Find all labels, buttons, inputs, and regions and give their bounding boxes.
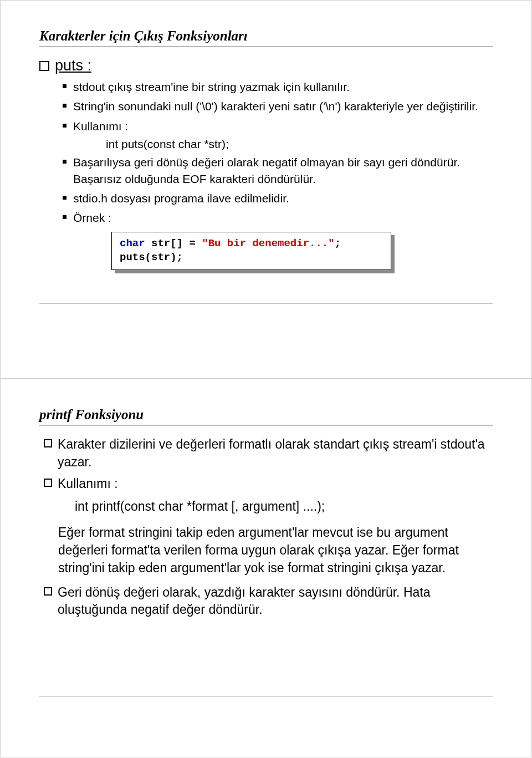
footer-rule — [39, 696, 493, 697]
bullet-icon — [63, 124, 66, 128]
signature-line: int puts(const char *str); — [106, 138, 493, 151]
bullet-list: Başarılıysa geri dönüş değeri olarak neg… — [63, 154, 493, 226]
list-item: Kullanımı : — [63, 118, 493, 134]
code-example: char str[] = "Bu bir denemedir..."; puts… — [111, 232, 391, 270]
outline-list: Karakter dizilerini ve değerleri formatl… — [44, 436, 493, 493]
bullet-square-icon — [39, 61, 49, 71]
slide-2: printf Fonksiyonu Karakter dizilerini ve… — [0, 379, 532, 757]
bullet-icon — [63, 196, 66, 200]
explanation-paragraph: Eğer format stringini takip eden argumen… — [58, 524, 493, 577]
bullet-square-icon — [44, 587, 52, 596]
code-text: puts(str); — [120, 251, 183, 263]
list-item: Kullanımı : — [44, 475, 493, 493]
code-block: char str[] = "Bu bir denemedir..."; puts… — [111, 232, 391, 270]
code-keyword: char — [120, 237, 145, 250]
signature-line: int printf(const char *format [, argumen… — [75, 497, 493, 515]
code-string: "Bu bir denemedir..." — [202, 237, 334, 250]
bullet-icon — [63, 160, 66, 164]
bullet-text: stdio.h dosyası programa ilave edilmelid… — [73, 190, 493, 206]
code-text: ; — [335, 237, 341, 250]
bullet-text: String'in sonundaki null ('\0') karakter… — [73, 98, 493, 114]
list-item: Geri dönüş değeri olarak, yazdığı karakt… — [44, 584, 493, 619]
list-item: Başarılıysa geri dönüş değeri olarak neg… — [63, 154, 493, 187]
bullet-text: Örnek : — [73, 210, 493, 226]
list-item: String'in sonundaki null ('\0') karakter… — [63, 98, 493, 114]
section-heading-puts: puts : — [39, 57, 493, 74]
bullet-square-icon — [44, 439, 52, 447]
bullet-icon — [63, 84, 66, 88]
bullet-text: stdout çıkış stream'ine bir string yazma… — [73, 79, 493, 95]
slide-1: Karakterler için Çıkış Fonksiyonları put… — [0, 0, 532, 379]
list-item: stdio.h dosyası programa ilave edilmelid… — [63, 190, 493, 206]
bullet-text: Geri dönüş değeri olarak, yazdığı karakt… — [58, 584, 493, 619]
list-item: Örnek : — [63, 210, 493, 226]
bullet-text: Karakter dizilerini ve değerleri formatl… — [58, 436, 493, 471]
list-item: Karakter dizilerini ve değerleri formatl… — [44, 436, 493, 471]
list-item: stdout çıkış stream'ine bir string yazma… — [63, 79, 493, 95]
bullet-icon — [63, 215, 66, 219]
bullet-text: Kullanımı : — [73, 118, 493, 134]
bullet-list: stdout çıkış stream'ine bir string yazma… — [63, 79, 493, 134]
slide-title: printf Fonksiyonu — [39, 407, 493, 426]
outline-list: Geri dönüş değeri olarak, yazdığı karakt… — [44, 584, 493, 619]
bullet-square-icon — [44, 479, 52, 487]
code-text: str[] = — [145, 237, 202, 250]
bullet-text: Kullanımı : — [58, 475, 493, 493]
heading-text: puts : — [55, 57, 91, 74]
slide-title: Karakterler için Çıkış Fonksiyonları — [39, 28, 493, 47]
bullet-icon — [63, 104, 66, 108]
footer-rule — [39, 303, 493, 304]
bullet-text: Başarılıysa geri dönüş değeri olarak neg… — [73, 154, 493, 187]
